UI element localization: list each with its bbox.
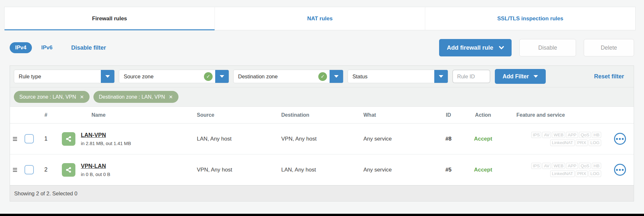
disable-button[interactable]: Disable xyxy=(519,39,576,56)
header-index: # xyxy=(38,112,53,118)
row-menu-ellipsis-icon[interactable] xyxy=(614,164,626,176)
drag-handle-icon[interactable] xyxy=(13,168,17,172)
badges-line1: IPSAVWEBAPPQoSHB xyxy=(505,163,601,169)
header-name: Name xyxy=(53,112,190,118)
header-feature-and-service: Feature and service xyxy=(505,112,606,118)
tab-nat-rules[interactable]: NAT rules xyxy=(215,7,425,30)
rule-type-dropdown[interactable]: Rule type xyxy=(14,70,115,83)
active-filter-chips: Source zone : LAN, VPN ✕ Destination zon… xyxy=(10,87,634,107)
badges-line1: IPSAVWEBAPPQoSHB xyxy=(505,132,601,138)
header-action: Action xyxy=(462,112,505,118)
triangle-down-icon xyxy=(439,75,443,78)
feature-badge: PRX xyxy=(576,171,588,177)
row-menu-ellipsis-icon[interactable] xyxy=(614,133,626,145)
filter-chip-destination-zone: Destination zone : LAN, VPN ✕ xyxy=(93,91,178,103)
ipv6-toggle[interactable]: IPv6 xyxy=(41,44,53,51)
feature-badge: LinkedNAT xyxy=(550,140,575,146)
disable-filter-link[interactable]: Disable filter xyxy=(71,44,106,51)
cell-destination: LAN, Any host xyxy=(276,167,358,173)
feature-badge: LOG xyxy=(589,140,601,146)
dropdown-arrow-button[interactable] xyxy=(101,70,114,83)
dropdown-arrow-button[interactable] xyxy=(434,70,448,83)
feature-badge: LOG xyxy=(589,171,601,177)
feature-badge: HB xyxy=(592,132,601,138)
rule-name-link[interactable]: VPN-LAN xyxy=(81,163,106,169)
cell-source: LAN, Any host xyxy=(190,136,276,142)
header-destination: Destination xyxy=(276,112,358,118)
filter-chip-source-zone: Source zone : LAN, VPN ✕ xyxy=(14,91,90,103)
feature-badge: QoS xyxy=(579,132,591,138)
header-source: Source xyxy=(190,112,276,118)
status-dropdown[interactable]: Status xyxy=(348,70,448,83)
toolbar: IPv4 IPv6 Disable filter Add firewall ru… xyxy=(10,38,634,57)
rule-name-link[interactable]: LAN-VPN xyxy=(81,132,106,138)
feature-badge: PRX xyxy=(576,140,588,146)
table-body: 1 LAN-VPN in 2.81 MB, out 1.41 MB LAN, A… xyxy=(10,123,634,185)
feature-badge: HB xyxy=(592,163,601,169)
cell-feature-and-service: IPSAVWEBAPPQoSHB LinkedNATPRXLOG xyxy=(505,132,606,146)
feature-badge: QoS xyxy=(579,163,591,169)
triangle-down-icon xyxy=(105,75,110,78)
bottom-edge-bar xyxy=(0,214,644,216)
tab-firewall-rules[interactable]: Firewall rules xyxy=(5,7,215,30)
filter-chip-label: Source zone : LAN, VPN xyxy=(19,94,76,100)
feature-badge: APP xyxy=(566,132,578,138)
reset-filter-link[interactable]: Reset filter xyxy=(594,73,624,80)
feature-badge: IPS xyxy=(531,132,542,138)
ipv4-toggle[interactable]: IPv4 xyxy=(10,42,32,53)
rule-id-input[interactable] xyxy=(452,70,490,83)
dropdown-arrow-button[interactable] xyxy=(330,70,343,83)
cell-action: Accept xyxy=(462,136,505,142)
remove-chip-icon[interactable]: ✕ xyxy=(169,94,173,99)
selection-check-icon: ✓ xyxy=(318,72,327,81)
feature-badge: AV xyxy=(542,132,551,138)
row-checkbox[interactable] xyxy=(24,134,34,143)
status-dropdown-label: Status xyxy=(348,74,434,80)
add-firewall-rule-label: Add firewall rule xyxy=(447,44,493,51)
cell-feature-and-service: IPSAVWEBAPPQoSHB LinkedNATPRXLOG xyxy=(505,163,606,177)
filter-chip-label: Destination zone : LAN, VPN xyxy=(99,94,165,100)
filter-bar: Rule type Source zone ✓ Destination zone… xyxy=(10,66,634,87)
feature-badge: WEB xyxy=(552,163,565,169)
cell-id: #8 xyxy=(435,136,462,142)
rule-type-dropdown-label: Rule type xyxy=(14,74,101,80)
dropdown-arrow-button[interactable] xyxy=(215,70,229,83)
footer-summary: Showing 2 of 2. Selected 0 xyxy=(14,191,77,197)
rule-traffic: in 0 B, out 0 B xyxy=(81,172,110,177)
delete-button[interactable]: Delete xyxy=(584,39,634,56)
drag-handle-icon[interactable] xyxy=(13,137,17,141)
share-icon xyxy=(62,132,75,146)
selection-check-icon: ✓ xyxy=(204,72,213,81)
feature-badge: LinkedNAT xyxy=(550,171,575,177)
tab-ssl-tls-inspection-rules[interactable]: SSL/TLS inspection rules xyxy=(425,7,635,30)
header-what: What xyxy=(358,112,435,118)
feature-badge: AV xyxy=(542,163,551,169)
row-index: 2 xyxy=(38,166,53,173)
feature-badge: IPS xyxy=(531,163,542,169)
table-row: 1 LAN-VPN in 2.81 MB, out 1.41 MB LAN, A… xyxy=(10,123,634,154)
row-checkbox[interactable] xyxy=(24,165,34,174)
table-footer: Showing 2 of 2. Selected 0 xyxy=(10,185,634,201)
source-zone-dropdown[interactable]: Source zone ✓ xyxy=(119,70,229,83)
share-icon xyxy=(62,163,75,177)
remove-chip-icon[interactable]: ✕ xyxy=(80,94,84,99)
source-zone-dropdown-label: Source zone xyxy=(119,74,204,80)
triangle-down-icon xyxy=(334,75,339,78)
table-header-row: # Name Source Destination What ID Action… xyxy=(10,107,634,123)
cell-source: VPN, Any host xyxy=(190,167,276,173)
firewall-rules-panel: Rule type Source zone ✓ Destination zone… xyxy=(10,65,634,201)
triangle-down-icon xyxy=(220,75,224,78)
row-index: 1 xyxy=(38,135,53,142)
chevron-down-icon xyxy=(499,46,504,49)
add-firewall-rule-button[interactable]: Add firewall rule xyxy=(439,39,512,56)
destination-zone-dropdown[interactable]: Destination zone ✓ xyxy=(233,70,343,83)
feature-badge: WEB xyxy=(552,132,565,138)
table-row: 2 VPN-LAN in 0 B, out 0 B VPN, Any host … xyxy=(10,154,634,185)
feature-badge: APP xyxy=(566,163,578,169)
header-id: ID xyxy=(435,112,462,118)
cell-destination: VPN, Any host xyxy=(276,136,358,142)
add-filter-button[interactable]: Add Filter xyxy=(495,69,546,84)
cell-what: Any service xyxy=(358,136,435,142)
cell-what: Any service xyxy=(358,167,435,173)
destination-zone-dropdown-label: Destination zone xyxy=(234,74,318,80)
